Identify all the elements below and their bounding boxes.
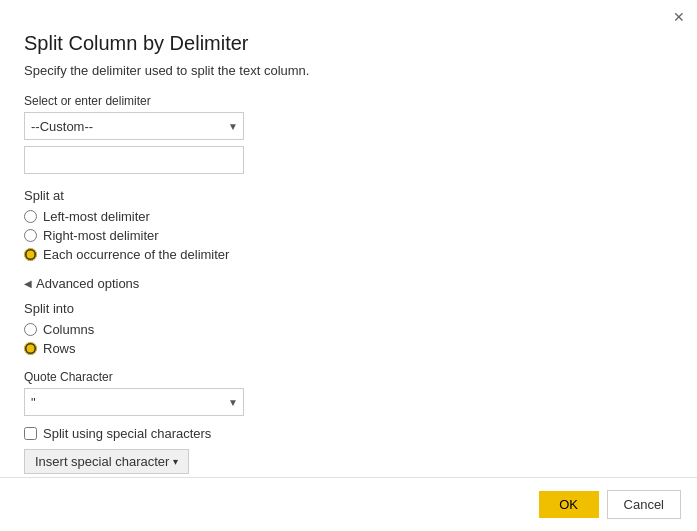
quote-char-select-wrapper: " ' None ▼ <box>24 388 244 416</box>
cancel-button[interactable]: Cancel <box>607 490 681 519</box>
radio-right-most-label: Right-most delimiter <box>43 228 159 243</box>
radio-each-input[interactable] <box>24 248 37 261</box>
special-chars-row: Split using special characters <box>24 426 673 441</box>
radio-columns-label: Columns <box>43 322 94 337</box>
close-button[interactable]: ✕ <box>669 7 689 27</box>
delimiter-select[interactable]: --Custom-- Colon Comma Equals Sign Semic… <box>24 112 244 140</box>
split-at-radio-group: Left-most delimiter Right-most delimiter… <box>24 209 673 262</box>
radio-rows-input[interactable] <box>24 342 37 355</box>
quote-char-select[interactable]: " ' None <box>24 388 244 416</box>
special-chars-label: Split using special characters <box>43 426 211 441</box>
radio-rows[interactable]: Rows <box>24 341 673 356</box>
dialog-footer: OK Cancel <box>0 477 697 531</box>
insert-special-char-arrow-icon: ▾ <box>173 456 178 467</box>
insert-special-char-label: Insert special character <box>35 454 169 469</box>
split-column-dialog: ✕ Split Column by Delimiter Specify the … <box>0 0 697 531</box>
title-bar: ✕ <box>0 0 697 28</box>
split-into-radio-group: Columns Rows <box>24 322 673 356</box>
ok-button[interactable]: OK <box>539 491 599 518</box>
insert-special-char-button[interactable]: Insert special character ▾ <box>24 449 189 474</box>
delimiter-select-wrapper: --Custom-- Colon Comma Equals Sign Semic… <box>24 112 244 140</box>
advanced-toggle-label: Advanced options <box>36 276 139 291</box>
radio-right-most-input[interactable] <box>24 229 37 242</box>
advanced-toggle[interactable]: ◀ Advanced options <box>24 276 673 291</box>
radio-columns[interactable]: Columns <box>24 322 673 337</box>
advanced-triangle-icon: ◀ <box>24 278 32 289</box>
radio-right-most[interactable]: Right-most delimiter <box>24 228 673 243</box>
dialog-subtitle: Specify the delimiter used to split the … <box>24 63 673 78</box>
quote-char-label: Quote Character <box>24 370 673 384</box>
radio-rows-label: Rows <box>43 341 76 356</box>
radio-each-occurrence[interactable]: Each occurrence of the delimiter <box>24 247 673 262</box>
special-chars-checkbox[interactable] <box>24 427 37 440</box>
delimiter-label: Select or enter delimiter <box>24 94 673 108</box>
dialog-content: Split Column by Delimiter Specify the de… <box>0 28 697 477</box>
radio-left-most[interactable]: Left-most delimiter <box>24 209 673 224</box>
split-into-label: Split into <box>24 301 673 316</box>
radio-left-most-input[interactable] <box>24 210 37 223</box>
radio-each-label: Each occurrence of the delimiter <box>43 247 229 262</box>
radio-left-most-label: Left-most delimiter <box>43 209 150 224</box>
split-at-label: Split at <box>24 188 673 203</box>
radio-columns-input[interactable] <box>24 323 37 336</box>
custom-delimiter-input[interactable] <box>24 146 244 174</box>
dialog-title: Split Column by Delimiter <box>24 32 673 55</box>
